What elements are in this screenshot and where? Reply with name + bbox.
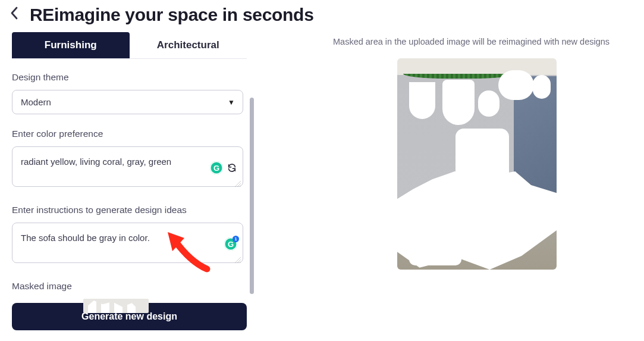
tab-furnishing[interactable]: Furnishing [12,32,130,58]
tab-bar: Furnishing Architectural [12,32,247,59]
instructions-label: Enter instructions to generate design id… [12,205,243,215]
masked-image-preview [397,58,557,270]
back-button[interactable] [10,6,19,24]
grammarly-icon[interactable]: G 1 [224,237,237,251]
page-header: REimagine your space in seconds [0,0,644,32]
tab-architectural[interactable]: Architectural [130,32,247,58]
scrollbar[interactable] [250,98,254,294]
masked-image-thumbnail[interactable] [83,299,149,313]
page-title: REimagine your space in seconds [30,5,314,25]
controls-panel: Furnishing Architectural Design theme Mo… [12,32,247,330]
resize-handle-icon[interactable] [235,257,241,263]
form-area: Design theme Modern ▼ Enter color prefer… [12,59,247,297]
instructions-input[interactable] [12,223,243,263]
grammarly-notification-badge: 1 [233,236,239,242]
design-theme-select[interactable]: Modern [12,90,243,114]
resize-handle-icon[interactable] [235,181,241,187]
color-preference-label: Enter color preference [12,129,243,139]
color-preference-input[interactable] [12,146,243,187]
masked-image-label: Masked image [12,281,243,292]
preview-panel: Masked area in the uploaded image will b… [247,32,644,330]
grammarly-icon[interactable]: G [210,161,223,174]
design-theme-label: Design theme [12,72,243,83]
refresh-icon[interactable] [227,162,237,173]
chevron-left-icon [10,6,19,20]
preview-hint: Masked area in the uploaded image will b… [333,37,644,46]
